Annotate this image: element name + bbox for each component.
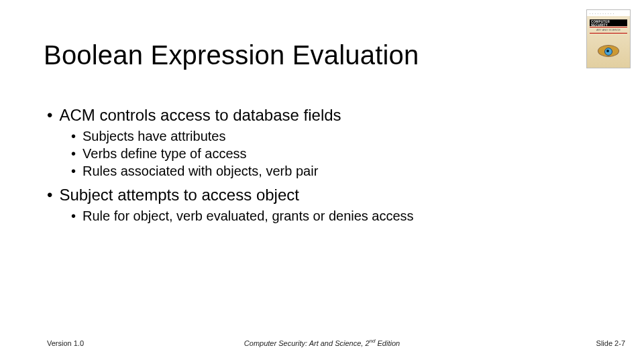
cover-subtitle: ART AND SCIENCE <box>590 27 627 34</box>
bullet-level1: • ACM controls access to database fields <box>47 106 604 125</box>
bullet-dot: • <box>47 106 52 125</box>
slide-title: Boolean Expression Evaluation <box>44 40 419 70</box>
cover-eye-graphic <box>598 45 619 57</box>
footer-book-title: Computer Security: Art and Science <box>244 339 361 347</box>
bullet-level1: • Subject attempts to access object <box>47 186 604 204</box>
bullet-level2: • Verbs define type of access <box>71 146 604 162</box>
bullet-text: Subject attempts to access object <box>59 186 604 204</box>
bullet-text: Rules associated with objects, verb pair <box>83 164 604 179</box>
bullet-dot: • <box>71 208 76 224</box>
footer-slide-number: Slide 2-7 <box>596 339 625 347</box>
bullet-text: Subjects have attributes <box>83 129 604 144</box>
footer-book: Computer Security: Art and Science, 2nd … <box>0 338 644 347</box>
footer-edition-word: Edition <box>375 339 400 347</box>
bullet-level2: • Rule for object, verb evaluated, grant… <box>71 208 604 224</box>
cover-dots: • • • • • • • • • • <box>590 13 627 15</box>
bullet-text: Rule for object, verb evaluated, grants … <box>83 208 604 224</box>
cover-title: COMPUTER SECURITY <box>590 19 627 26</box>
bullet-dot: • <box>71 164 76 179</box>
bullet-dot: • <box>71 129 76 144</box>
bullet-dot: • <box>71 146 76 162</box>
bullet-text: Verbs define type of access <box>83 146 604 162</box>
bullet-level2: • Rules associated with objects, verb pa… <box>71 164 604 179</box>
bullet-text: ACM controls access to database fields <box>59 106 604 125</box>
bullet-dot: • <box>47 186 52 204</box>
slide: • • • • • • • • • • COMPUTER SECURITY AR… <box>0 0 644 362</box>
book-cover-thumbnail: • • • • • • • • • • COMPUTER SECURITY AR… <box>586 9 631 68</box>
slide-footer: Version 1.0 Computer Security: Art and S… <box>0 334 644 347</box>
slide-content: • ACM controls access to database fields… <box>47 101 604 226</box>
bullet-level2: • Subjects have attributes <box>71 129 604 144</box>
